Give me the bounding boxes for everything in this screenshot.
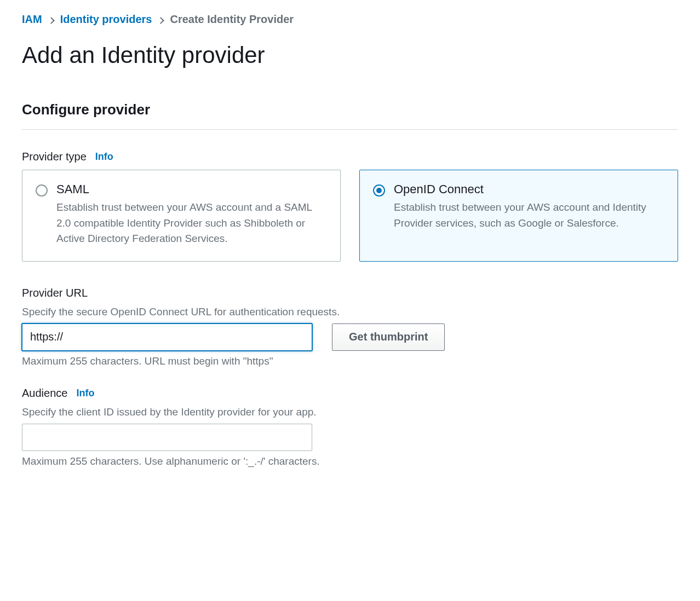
radio-desc-saml: Establish trust between your AWS account… <box>56 200 327 247</box>
audience-info-link[interactable]: Info <box>76 388 94 399</box>
radio-title-openid: OpenID Connect <box>394 182 664 197</box>
page-title: Add an Identity provider <box>22 42 678 68</box>
breadcrumb-link-identity-providers[interactable]: Identity providers <box>60 13 152 26</box>
provider-url-hint: Maximum 255 characters. URL must begin w… <box>22 355 678 367</box>
get-thumbprint-button[interactable]: Get thumbprint <box>332 323 445 351</box>
radio-dot-icon <box>376 188 382 193</box>
radio-content: SAML Establish trust between your AWS ac… <box>56 182 327 247</box>
radio-desc-openid: Establish trust between your AWS account… <box>394 200 664 231</box>
audience-help: Specify the client ID issued by the Iden… <box>22 406 678 418</box>
radio-icon <box>36 184 48 197</box>
audience-hint: Maximum 255 characters. Use alphanumeric… <box>22 455 678 467</box>
radio-title-saml: SAML <box>56 182 327 197</box>
radio-content: OpenID Connect Establish trust between y… <box>394 182 664 247</box>
provider-url-label-row: Provider URL <box>22 287 678 299</box>
audience-input[interactable] <box>22 424 312 451</box>
section-title: Configure provider <box>22 101 678 118</box>
provider-type-options: SAML Establish trust between your AWS ac… <box>22 170 678 262</box>
provider-url-input[interactable] <box>22 323 312 351</box>
radio-card-openid-connect[interactable]: OpenID Connect Establish trust between y… <box>359 170 678 262</box>
provider-type-info-link[interactable]: Info <box>95 151 113 163</box>
chevron-right-icon <box>158 13 163 26</box>
radio-card-saml[interactable]: SAML Establish trust between your AWS ac… <box>22 170 341 262</box>
provider-type-label: Provider type <box>22 151 87 163</box>
breadcrumb-link-iam[interactable]: IAM <box>22 13 42 26</box>
radio-icon <box>373 184 385 197</box>
divider <box>22 129 678 130</box>
provider-type-label-row: Provider type Info <box>22 151 678 163</box>
chevron-right-icon <box>49 13 54 26</box>
provider-url-input-row: Get thumbprint <box>22 323 678 351</box>
audience-label: Audience <box>22 387 67 400</box>
provider-url-help: Specify the secure OpenID Connect URL fo… <box>22 306 678 318</box>
breadcrumb: IAM Identity providers Create Identity P… <box>22 13 678 26</box>
breadcrumb-current: Create Identity Provider <box>170 13 294 26</box>
audience-label-row: Audience Info <box>22 387 678 400</box>
provider-url-label: Provider URL <box>22 287 88 299</box>
